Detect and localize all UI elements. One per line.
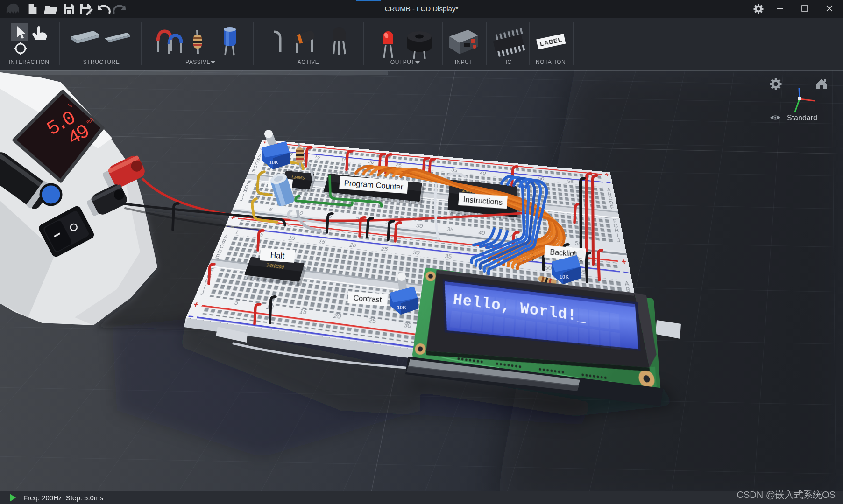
svg-text:Standard: Standard bbox=[787, 114, 817, 122]
